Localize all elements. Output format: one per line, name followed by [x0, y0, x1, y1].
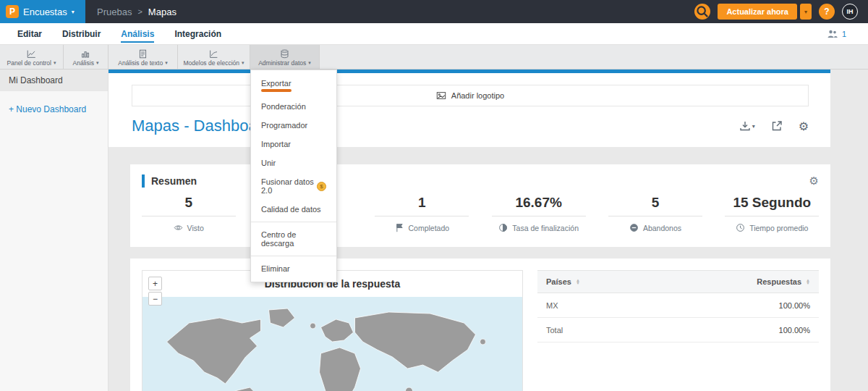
country-cell: Total [546, 326, 563, 335]
download-icon [739, 120, 751, 132]
breadcrumb-project[interactable]: Pruebas [97, 7, 132, 17]
sidebar-item-nuevo-dashboard[interactable]: + Nuevo Dashboard [0, 98, 108, 120]
summary-header: Resumen ⚙ [130, 164, 830, 188]
zoom-in-button[interactable]: + [148, 277, 162, 290]
add-logo-button[interactable]: Añadir logotipo [132, 85, 809, 106]
world-map[interactable] [142, 297, 522, 391]
menu-item-exportar[interactable]: Exportar [251, 74, 336, 97]
value-cell: 100.00% [779, 301, 810, 310]
map-panel: Distribución de la respuesta + − [142, 270, 523, 391]
table-row: MX 100.00% [537, 293, 819, 318]
flag-icon [395, 223, 404, 232]
collaborators[interactable]: 1 [827, 29, 846, 39]
chevron-down-icon: ▾ [96, 60, 99, 66]
image-icon [436, 91, 446, 101]
menu-divider [251, 222, 336, 222]
stat-visto: 5 Visto [130, 195, 247, 232]
gear-icon: ⚙ [809, 175, 819, 188]
line-chart-icon [27, 49, 36, 59]
update-now-button[interactable]: Actualizar ahora [718, 4, 797, 20]
choice-model-chart-icon [209, 49, 218, 59]
chevron-down-icon: ▾ [72, 9, 75, 15]
menu-item-distribuir[interactable]: Distribuir [62, 25, 101, 43]
menu-item-eliminar[interactable]: Eliminar [251, 259, 336, 278]
stat-divider [492, 216, 586, 216]
table-row: Total 100.00% [537, 318, 819, 342]
title-actions: ▾ ⚙ [739, 119, 809, 133]
dashboard-header-card: Añadir logotipo Mapas - Dashboard ▾ ⚙ [109, 70, 830, 147]
chevron-down-icon: ▾ [54, 60, 56, 66]
breadcrumb: Pruebas > Mapas [97, 7, 176, 17]
menu-item-unir[interactable]: Unir [251, 154, 336, 172]
country-cell: MX [546, 301, 558, 310]
share-button[interactable] [771, 120, 783, 132]
update-caret-icon[interactable]: ▾ [800, 4, 812, 20]
settings-button[interactable]: ⚙ [799, 119, 809, 133]
menu-item-fusionar-datos[interactable]: Fusionar datos 2.0$ [251, 172, 336, 200]
toolbar-modelos-de-eleccion[interactable]: Modelos de elección▾ [178, 45, 250, 69]
text-document-icon [138, 49, 148, 59]
zoom-out-button[interactable]: − [148, 292, 162, 306]
dashboard-content: Añadir logotipo Mapas - Dashboard ▾ ⚙ [109, 70, 868, 391]
toolbar-administrar-datos[interactable]: Administrar datos▾ [250, 45, 320, 69]
product-switcher[interactable]: P Encuestas ▾ [0, 0, 85, 23]
search-icon [694, 4, 710, 20]
column-paises[interactable]: Países ▲▼ [546, 277, 580, 286]
administrar-datos-menu: Exportar Ponderación Programador Importa… [250, 70, 337, 282]
menu-item-calidad-de-datos[interactable]: Calidad de datos [251, 200, 336, 219]
topbar-actions: Actualizar ahora ▾ ? IH [694, 4, 868, 20]
breadcrumb-current: Mapas [148, 7, 176, 17]
collaborators-count: 1 [842, 30, 846, 38]
minus-circle-icon [629, 223, 639, 232]
world-map-svg [142, 297, 522, 391]
coin-icon: $ [317, 182, 326, 191]
column-respuestas[interactable]: Respuestas ▲▼ [757, 277, 810, 286]
menu-item-analisis[interactable]: Análisis [121, 25, 154, 43]
summary-settings-button[interactable]: ⚙ [809, 175, 819, 188]
app-window: P Encuestas ▾ Pruebas > Mapas Actualizar… [0, 0, 868, 391]
stat-divider [725, 216, 819, 216]
top-bar: P Encuestas ▾ Pruebas > Mapas Actualizar… [0, 0, 868, 23]
menu-item-programador[interactable]: Programador [251, 116, 336, 135]
stat-divider [608, 216, 702, 216]
share-icon [771, 120, 783, 132]
questionpro-logo-icon: P [6, 5, 19, 18]
people-icon [827, 29, 838, 39]
download-button[interactable]: ▾ [739, 120, 755, 132]
product-label: Encuestas [23, 7, 67, 17]
sidebar-item-mi-dashboard[interactable]: Mi Dashboard [0, 70, 108, 91]
sort-icon: ▲▼ [576, 279, 580, 285]
chevron-down-icon: ▾ [165, 60, 168, 66]
stat-tasa-finalizacion: 16.67% Tasa de finalización [480, 195, 597, 232]
stat-divider [142, 216, 236, 216]
menu-item-importar[interactable]: Importar [251, 135, 336, 154]
chevron-down-icon: ▾ [242, 60, 244, 66]
main-area: Mi Dashboard + Nuevo Dashboard Añadir lo… [0, 70, 868, 391]
summary-card: Resumen ⚙ 5 Visto [130, 164, 830, 247]
breadcrumb-separator: > [137, 7, 142, 16]
stat-tiempo-promedio: 15 Segundo Tiempo promedio [714, 195, 830, 232]
accent-top-line [109, 70, 830, 73]
toolbar-analisis[interactable]: Análisis▾ [64, 45, 109, 69]
stat-completado: 1 Completado [364, 195, 480, 232]
database-icon [280, 49, 289, 59]
chevron-down-icon: ▾ [752, 123, 755, 130]
menu-item-integracion[interactable]: Integración [174, 25, 221, 43]
responses-table: Países ▲▼ Respuestas ▲▼ MX 100.00% Tota [537, 270, 819, 391]
search-button[interactable] [694, 4, 710, 20]
toolbar-analisis-de-texto[interactable]: Análisis de texto▾ [109, 45, 178, 69]
toolbar-panel-de-control[interactable]: Panel de control▾ [0, 45, 64, 69]
menu-item-ponderacion[interactable]: Ponderación [251, 97, 336, 116]
analysis-toolbar: Panel de control▾ Análisis▾ Análisis de … [0, 45, 868, 70]
value-cell: 100.00% [779, 326, 810, 335]
distribution-card: Distribución de la respuesta + − [130, 258, 830, 391]
map-zoom-controls: + − [148, 277, 162, 306]
help-button[interactable]: ? [819, 4, 835, 20]
menu-divider [251, 256, 336, 256]
menu-item-centro-de-descarga[interactable]: Centro de descarga [251, 225, 336, 253]
avatar[interactable]: IH [842, 4, 858, 20]
menu-item-editar[interactable]: Editar [17, 25, 42, 43]
bar-chart-icon [81, 49, 90, 59]
clock-icon [736, 223, 745, 232]
eye-icon [174, 223, 183, 232]
